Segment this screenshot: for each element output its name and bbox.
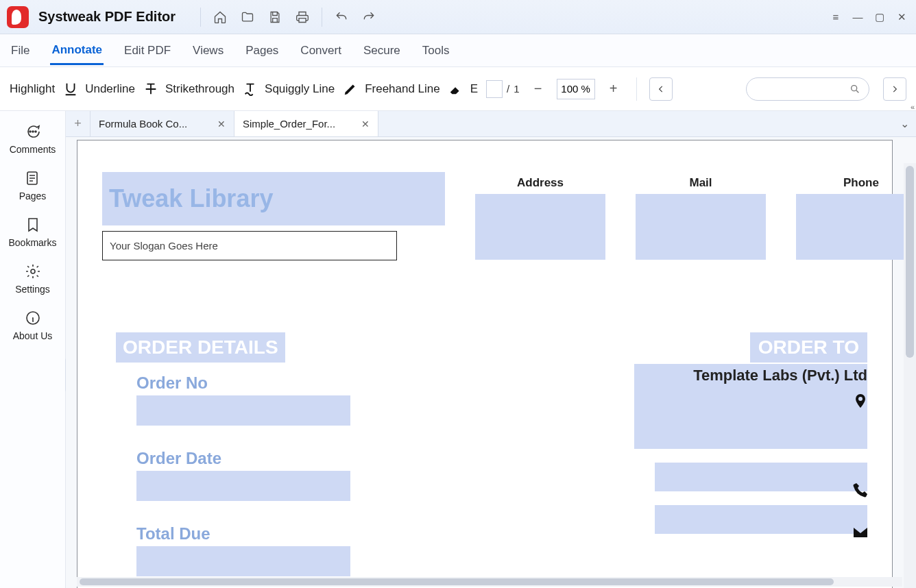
document-canvas[interactable]: Tweak Library Your Slogan Goes Here Addr… — [66, 137, 916, 588]
zoom-in-button[interactable]: + — [603, 79, 624, 99]
squiggly-icon — [243, 82, 258, 97]
phone-icon — [852, 482, 869, 501]
contact-mail-label: Mail — [636, 172, 766, 194]
svg-point-0 — [852, 85, 857, 90]
menu-edit-pdf[interactable]: Edit PDF — [123, 37, 172, 64]
document-tabstrip: + Formula Book Co... ✕ Simple_Order_For.… — [66, 111, 916, 137]
close-button[interactable]: ✕ — [891, 3, 912, 31]
document-tab-label: Simple_Order_For... — [243, 118, 335, 130]
pages-icon — [24, 170, 40, 186]
order-to-address-field[interactable] — [634, 389, 867, 449]
new-tab-button[interactable]: + — [66, 111, 91, 136]
home-icon[interactable] — [206, 3, 234, 31]
minimize-button[interactable]: — — [847, 3, 868, 31]
page-indicator: / 1 — [486, 80, 520, 98]
scrollbar-thumb[interactable] — [906, 166, 914, 358]
app-title: Systweak PDF Editor — [38, 9, 176, 25]
horizontal-scrollbar[interactable] — [77, 577, 902, 587]
pdf-page: Tweak Library Your Slogan Goes Here Addr… — [77, 140, 893, 588]
underline-icon — [63, 82, 78, 97]
total-due-field[interactable] — [136, 546, 350, 576]
page-prev-button[interactable] — [649, 77, 673, 101]
order-to-mail-field[interactable] — [655, 505, 867, 534]
search-icon — [849, 84, 860, 95]
contact-phone-label: Phone — [796, 172, 916, 194]
tool-squiggly[interactable]: Squiggly Line — [243, 82, 335, 97]
freehand-icon — [343, 82, 358, 97]
tool-strikethrough-label: Strikethrough — [165, 82, 234, 96]
ribbon-collapse-icon[interactable]: « — [911, 103, 915, 111]
order-date-label: Order Date — [136, 449, 350, 468]
page-current-input[interactable] — [486, 80, 503, 98]
menu-annotate[interactable]: Annotate — [50, 36, 104, 65]
sidebar-label: Pages — [19, 191, 47, 201]
titlebar-separator — [200, 8, 201, 27]
contact-mail-field[interactable] — [636, 194, 766, 260]
tool-highlight[interactable]: Highlight — [10, 82, 55, 96]
sidebar-label: Comments — [10, 144, 56, 155]
menu-convert[interactable]: Convert — [299, 37, 343, 64]
menu-file[interactable]: File — [10, 37, 31, 64]
menu-tools[interactable]: Tools — [421, 37, 451, 64]
tool-freehand-label: Freehand Line — [365, 82, 440, 96]
sidebar-item-about[interactable]: About Us — [13, 310, 53, 341]
close-icon[interactable]: ✕ — [361, 119, 370, 130]
order-no-label: Order No — [136, 373, 350, 393]
page-separator: / — [507, 83, 509, 95]
contact-address-field[interactable] — [475, 194, 605, 260]
menu-views[interactable]: Views — [191, 37, 225, 64]
svg-point-3 — [35, 131, 36, 132]
titlebar-separator — [322, 8, 322, 27]
hamburger-icon[interactable]: ≡ — [825, 3, 846, 31]
order-details-header: ORDER DETAILS — [116, 332, 285, 363]
tool-eraser[interactable]: E — [448, 82, 478, 97]
print-icon[interactable] — [289, 3, 316, 31]
vertical-scrollbar[interactable] — [904, 163, 916, 588]
sidebar-item-comments[interactable]: Comments — [10, 123, 56, 155]
sidebar-label: About Us — [13, 330, 53, 341]
app-logo — [7, 6, 29, 28]
contact-phone-field[interactable] — [796, 194, 916, 260]
document-tab[interactable]: Simple_Order_For... ✕ — [234, 111, 378, 136]
slogan-field[interactable]: Your Slogan Goes Here — [102, 231, 397, 260]
sidebar-item-pages[interactable]: Pages — [19, 170, 47, 201]
bookmarks-icon — [25, 217, 41, 233]
zoom-out-button[interactable]: − — [528, 79, 549, 99]
svg-point-1 — [29, 131, 31, 132]
annotate-toolbar: Highlight Underline Strikethrough Squigg… — [0, 67, 916, 111]
redo-icon[interactable] — [355, 3, 383, 31]
tool-squiggly-label: Squiggly Line — [265, 82, 335, 96]
sidebar-item-bookmarks[interactable]: Bookmarks — [8, 217, 56, 248]
tool-underline[interactable]: Underline — [63, 82, 135, 97]
location-pin-icon — [852, 393, 869, 412]
page-next-button[interactable] — [883, 77, 906, 101]
search-input[interactable] — [746, 77, 869, 101]
order-to-phone-field[interactable] — [655, 463, 867, 491]
open-icon[interactable] — [234, 3, 261, 31]
total-due-label: Total Due — [136, 524, 350, 543]
menu-secure[interactable]: Secure — [362, 37, 402, 64]
save-icon[interactable] — [261, 3, 289, 31]
titlebar: Systweak PDF Editor ≡ — ▢ ✕ — [0, 0, 916, 34]
undo-icon[interactable] — [328, 3, 355, 31]
mail-icon — [852, 524, 869, 543]
tab-overflow-button[interactable]: ⌄ — [893, 111, 916, 136]
scrollbar-thumb[interactable] — [80, 578, 834, 585]
tool-eraser-label: E — [470, 82, 478, 96]
tool-strikethrough[interactable]: Strikethrough — [143, 82, 234, 97]
brand-title: Tweak Library — [102, 172, 445, 225]
document-tab[interactable]: Formula Book Co... ✕ — [91, 111, 234, 136]
menu-pages[interactable]: Pages — [244, 37, 280, 64]
comments-icon — [25, 123, 41, 140]
zoom-input[interactable] — [557, 79, 595, 99]
order-to-company: Template Labs (Pvt.) Ltd — [634, 364, 867, 389]
close-icon[interactable]: ✕ — [217, 119, 226, 130]
order-date-field[interactable] — [136, 471, 350, 501]
order-to-header: ORDER TO — [750, 332, 867, 363]
sidebar-item-settings[interactable]: Settings — [15, 263, 50, 295]
contact-address-label: Address — [475, 172, 605, 194]
document-tab-label: Formula Book Co... — [99, 118, 187, 130]
order-no-field[interactable] — [136, 395, 350, 426]
maximize-button[interactable]: ▢ — [869, 3, 890, 31]
tool-freehand[interactable]: Freehand Line — [343, 82, 440, 97]
